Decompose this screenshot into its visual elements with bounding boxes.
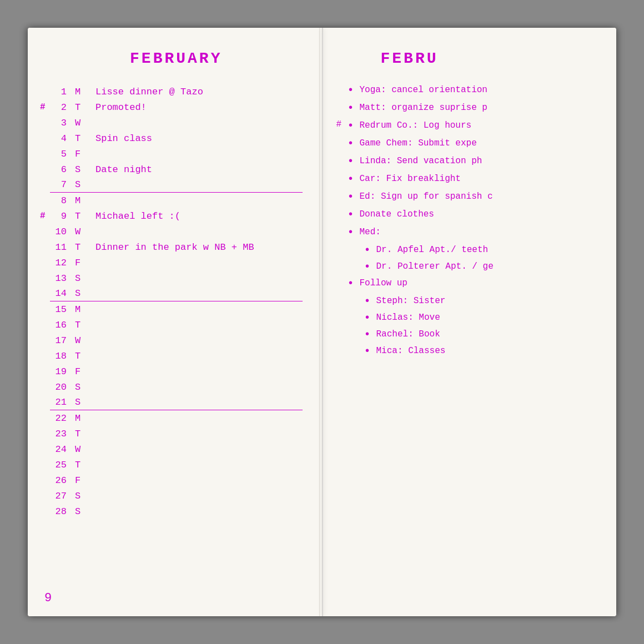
day-number: 25 xyxy=(50,460,67,470)
note-item: •Game Chem: Submit expe xyxy=(348,137,600,150)
day-letter: M xyxy=(70,304,85,315)
page-number: 9 xyxy=(44,591,52,605)
day-event: Dinner in the park w NB + MB xyxy=(95,242,254,253)
bullet-text: Follow up xyxy=(360,277,407,289)
sub-bullet-text: Steph: Sister xyxy=(376,295,446,307)
day-number: 9 xyxy=(50,211,67,222)
day-letter: M xyxy=(70,87,85,97)
day-letter: W xyxy=(70,118,85,128)
bullet-text: Yoga: cancel orientation xyxy=(360,84,487,96)
day-number: 23 xyxy=(50,429,67,439)
calendar-row: 6SDate night xyxy=(50,162,303,177)
day-letter: F xyxy=(70,475,85,486)
calendar-row: 1MLisse dinner @ Tazo xyxy=(50,84,303,99)
day-letter: F xyxy=(70,258,85,268)
day-letter: W xyxy=(70,227,85,237)
day-number: 15 xyxy=(50,304,67,315)
note-item: •Matt: organize suprise p xyxy=(348,102,600,115)
bullet-text: Car: Fix breaklight xyxy=(360,173,461,185)
bullet-text: Donate clothes xyxy=(360,208,434,220)
day-letter: F xyxy=(70,149,85,159)
day-number: 14 xyxy=(50,288,67,299)
day-number: 21 xyxy=(50,397,67,407)
day-letter: T xyxy=(70,211,85,222)
sub-item: •Dr. Polterer Apt. / ge xyxy=(364,260,600,274)
sub-item: •Rachel: Book xyxy=(364,328,600,341)
calendar-row: 4TSpin class xyxy=(50,130,303,146)
calendar-row: 7S xyxy=(50,177,303,193)
note-item: #•Redrum Co.: Log hours xyxy=(348,119,600,133)
day-number: 26 xyxy=(50,475,67,486)
book: FEBRUARY 1MLisse dinner @ Tazo#2TPromote… xyxy=(28,28,616,616)
note-item: •Med:•Dr. Apfel Apt./ teeth•Dr. Polterer… xyxy=(348,226,600,274)
sub-list: •Dr. Apfel Apt./ teeth•Dr. Polterer Apt.… xyxy=(364,244,600,274)
bullet-dot: • xyxy=(348,137,354,150)
day-number: 1 xyxy=(50,87,67,97)
day-letter: T xyxy=(70,320,85,330)
calendar-row: #9TMichael left :( xyxy=(50,208,303,224)
day-letter: S xyxy=(70,382,85,393)
bullet-dot: • xyxy=(348,155,354,168)
calendar-row: 26F xyxy=(50,472,303,488)
day-number: 13 xyxy=(50,273,67,284)
calendar-row: 24W xyxy=(50,441,303,457)
day-letter: T xyxy=(70,351,85,361)
bullet-text: Linda: Send vacation ph xyxy=(360,155,482,167)
day-event: Michael left :( xyxy=(95,211,180,222)
sub-item: •Niclas: Move xyxy=(364,311,600,325)
bullet-dot: • xyxy=(348,173,354,186)
day-letter: T xyxy=(70,429,85,439)
bullet-text: Game Chem: Submit expe xyxy=(360,137,477,149)
sub-bullet-dot: • xyxy=(364,260,371,274)
calendar-row: 27S xyxy=(50,488,303,504)
calendar-row: 18T xyxy=(50,348,303,364)
day-number: 16 xyxy=(50,320,67,330)
note-item: •Linda: Send vacation ph xyxy=(348,155,600,168)
day-letter: W xyxy=(70,335,85,346)
day-number: 2 xyxy=(50,102,67,113)
calendar-row: 5F xyxy=(50,146,303,162)
sub-bullet-dot: • xyxy=(364,244,371,257)
calendar-row: 25T xyxy=(50,457,303,472)
bullet-dot: • xyxy=(348,84,354,97)
day-event: Spin class xyxy=(95,133,152,144)
sub-bullet-text: Dr. Polterer Apt. / ge xyxy=(376,260,494,273)
day-letter: T xyxy=(70,460,85,470)
note-item: •Follow up•Steph: Sister•Niclas: Move•Ra… xyxy=(348,277,600,358)
sub-item: •Dr. Apfel Apt./ teeth xyxy=(364,244,600,257)
day-letter: S xyxy=(70,273,85,284)
left-page: FEBRUARY 1MLisse dinner @ Tazo#2TPromote… xyxy=(28,28,320,616)
day-event: Date night xyxy=(95,164,152,175)
day-number: 17 xyxy=(50,335,67,346)
day-event: Promoted! xyxy=(95,102,147,113)
bullet-text: Med: xyxy=(360,226,381,238)
calendar-row: 10W xyxy=(50,224,303,239)
calendar-row: 19F xyxy=(50,364,303,379)
sub-bullet-dot: • xyxy=(364,295,371,308)
day-letter: T xyxy=(70,102,85,113)
bullet-item: •Yoga: cancel orientation xyxy=(348,84,600,97)
bullet-item: •Car: Fix breaklight xyxy=(348,173,600,186)
bullet-text: Matt: organize suprise p xyxy=(360,102,487,114)
bullet-dot: • xyxy=(348,119,354,133)
notes-section: •Yoga: cancel orientation•Matt: organize… xyxy=(348,84,600,358)
sub-list: •Steph: Sister•Niclas: Move•Rachel: Book… xyxy=(364,295,600,358)
bullet-item: •Follow up xyxy=(348,277,600,290)
calendar-row: 23T xyxy=(50,426,303,441)
day-number: 8 xyxy=(50,195,67,206)
calendar-row: 13S xyxy=(50,270,303,286)
day-number: 3 xyxy=(50,118,67,128)
day-number: 22 xyxy=(50,413,67,424)
day-number: 27 xyxy=(50,491,67,501)
sub-bullet-dot: • xyxy=(364,345,371,358)
bullet-dot: • xyxy=(348,190,354,204)
day-number: 12 xyxy=(50,258,67,268)
sub-bullet-dot: • xyxy=(364,328,371,341)
sub-bullet-text: Mica: Classes xyxy=(376,345,446,357)
book-spine xyxy=(322,28,323,616)
bullet-item: •Donate clothes xyxy=(348,208,600,222)
calendar-row: 11TDinner in the park w NB + MB xyxy=(50,239,303,255)
bullet-item: •Linda: Send vacation ph xyxy=(348,155,600,168)
day-letter: S xyxy=(70,179,85,190)
calendar-row: 20S xyxy=(50,379,303,395)
